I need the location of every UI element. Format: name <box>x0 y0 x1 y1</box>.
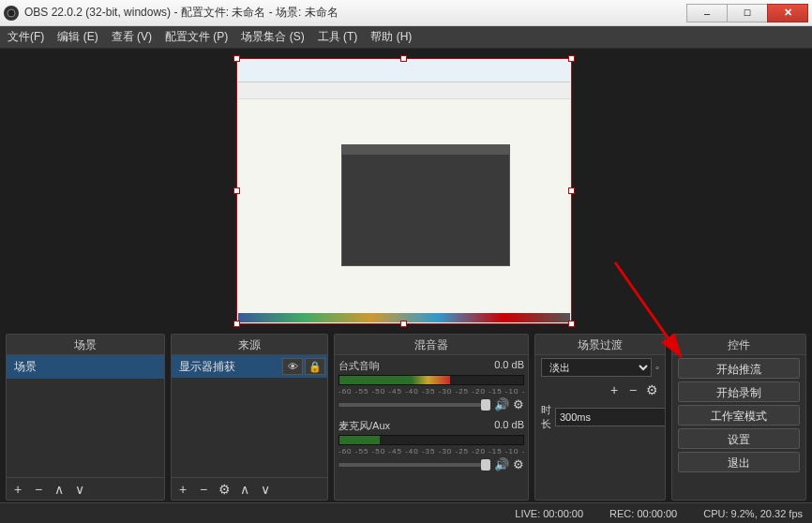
sources-header: 来源 <box>172 335 327 355</box>
scene-remove-button[interactable]: − <box>31 482 46 497</box>
sources-panel: 来源 显示器捕获 👁 🔒 + − ⚙ ∧ ∨ <box>171 334 328 501</box>
transitions-panel: 场景过渡 淡出 ◦ + − ⚙ 时长 ◦ <box>534 334 666 501</box>
duration-input[interactable] <box>555 408 665 426</box>
scene-up-button[interactable]: ∧ <box>52 482 67 497</box>
volume-slider[interactable] <box>338 463 490 467</box>
status-cpu: CPU: 9.2%, 20.32 fps <box>703 508 803 519</box>
resize-handle[interactable] <box>568 55 575 62</box>
channel-db: 0.0 dB <box>494 359 524 373</box>
scene-item[interactable]: 场景 <box>7 355 164 379</box>
obs-logo-icon <box>4 6 19 21</box>
source-settings-button[interactable]: ⚙ <box>217 482 232 497</box>
duration-label: 时长 <box>541 403 551 431</box>
channel-name: 台式音响 <box>338 359 380 373</box>
preview-area[interactable] <box>0 49 812 334</box>
window-minimize-button[interactable] <box>686 4 728 22</box>
scenes-panel: 场景 场景 + − ∧ ∨ <box>6 334 165 501</box>
start-streaming-button[interactable]: 开始推流 <box>678 358 800 379</box>
preview-source-bounds[interactable] <box>236 58 572 324</box>
controls-header: 控件 <box>672 335 805 355</box>
statusbar: LIVE: 00:00:00 REC: 00:00:00 CPU: 9.2%, … <box>0 502 812 523</box>
volume-slider[interactable] <box>338 403 490 407</box>
channel-settings-icon[interactable]: ⚙ <box>513 397 524 411</box>
resize-handle[interactable] <box>233 55 240 62</box>
transition-select[interactable]: 淡出 <box>541 358 652 377</box>
source-label: 显示器捕获 <box>179 359 280 375</box>
resize-handle[interactable] <box>233 321 240 327</box>
source-lock-toggle[interactable]: 🔒 <box>305 358 325 375</box>
resize-handle[interactable] <box>400 55 407 62</box>
source-down-button[interactable]: ∨ <box>258 482 273 497</box>
vu-meter <box>338 375 524 385</box>
menu-profile[interactable]: 配置文件 (P) <box>165 29 228 45</box>
source-item[interactable]: 显示器捕获 👁 🔒 <box>172 355 327 378</box>
menu-file[interactable]: 文件(F) <box>8 29 44 45</box>
window-titlebar: OBS 22.0.2 (32-bit, windows) - 配置文件: 未命名… <box>0 0 812 26</box>
status-live: LIVE: 00:00:00 <box>515 508 583 519</box>
scene-down-button[interactable]: ∨ <box>72 482 87 497</box>
transition-settings-button[interactable]: ⚙ <box>644 382 659 397</box>
window-title: OBS 22.0.2 (32-bit, windows) - 配置文件: 未命名… <box>24 5 687 21</box>
scenes-header: 场景 <box>7 335 164 355</box>
speaker-icon[interactable]: 🔊 <box>494 397 509 411</box>
menu-view[interactable]: 查看 (V) <box>112 29 152 45</box>
speaker-icon[interactable]: 🔊 <box>494 457 509 471</box>
window-maximize-button[interactable] <box>727 4 768 22</box>
studio-mode-button[interactable]: 工作室模式 <box>678 405 800 426</box>
channel-settings-icon[interactable]: ⚙ <box>513 457 524 471</box>
mixer-channel: 麦克风/Aux 0.0 dB -60 -55 -50 -45 -40 -35 -… <box>335 415 528 475</box>
preview-content <box>238 60 570 322</box>
menu-edit[interactable]: 编辑 (E) <box>57 29 98 45</box>
mixer-channel: 台式音响 0.0 dB -60 -55 -50 -45 -40 -35 -30 … <box>335 355 528 415</box>
window-close-button[interactable] <box>767 4 808 22</box>
channel-name: 麦克风/Aux <box>338 419 390 433</box>
transitions-header: 场景过渡 <box>535 335 665 355</box>
settings-button[interactable]: 设置 <box>678 428 800 449</box>
menubar: 文件(F) 编辑 (E) 查看 (V) 配置文件 (P) 场景集合 (S) 工具… <box>0 26 812 49</box>
mixer-panel: 混音器 台式音响 0.0 dB -60 -55 -50 -45 -40 -35 … <box>334 334 529 501</box>
bottom-panels: 场景 场景 + − ∧ ∨ 来源 显示器捕获 👁 🔒 + − ⚙ ∧ ∨ <box>0 334 812 501</box>
transition-add-button[interactable]: + <box>607 382 622 397</box>
transition-spinner-icon[interactable]: ◦ <box>655 362 659 373</box>
resize-handle[interactable] <box>568 187 575 194</box>
menu-scene-collection[interactable]: 场景集合 (S) <box>241 29 304 45</box>
source-up-button[interactable]: ∧ <box>237 482 252 497</box>
start-recording-button[interactable]: 开始录制 <box>678 381 800 402</box>
exit-button[interactable]: 退出 <box>678 452 800 472</box>
channel-db: 0.0 dB <box>494 419 524 433</box>
menu-tools[interactable]: 工具 (T) <box>318 29 358 45</box>
resize-handle[interactable] <box>233 187 240 194</box>
source-remove-button[interactable]: − <box>196 482 211 497</box>
resize-handle[interactable] <box>568 321 575 327</box>
mixer-header: 混音器 <box>335 335 528 355</box>
source-add-button[interactable]: + <box>175 482 190 497</box>
scene-add-button[interactable]: + <box>10 482 25 497</box>
status-rec: REC: 00:00:00 <box>609 508 677 519</box>
vu-scale: -60 -55 -50 -45 -40 -35 -30 -25 -20 -15 … <box>338 387 524 396</box>
resize-handle[interactable] <box>400 321 407 327</box>
svg-point-0 <box>8 9 15 17</box>
transition-remove-button[interactable]: − <box>625 382 640 397</box>
vu-meter <box>338 435 524 445</box>
vu-scale: -60 -55 -50 -45 -40 -35 -30 -25 -20 -15 … <box>338 447 524 456</box>
menu-help[interactable]: 帮助 (H) <box>370 29 412 45</box>
controls-panel: 控件 开始推流 开始录制 工作室模式 设置 退出 <box>671 334 806 501</box>
source-visibility-toggle[interactable]: 👁 <box>282 358 303 375</box>
